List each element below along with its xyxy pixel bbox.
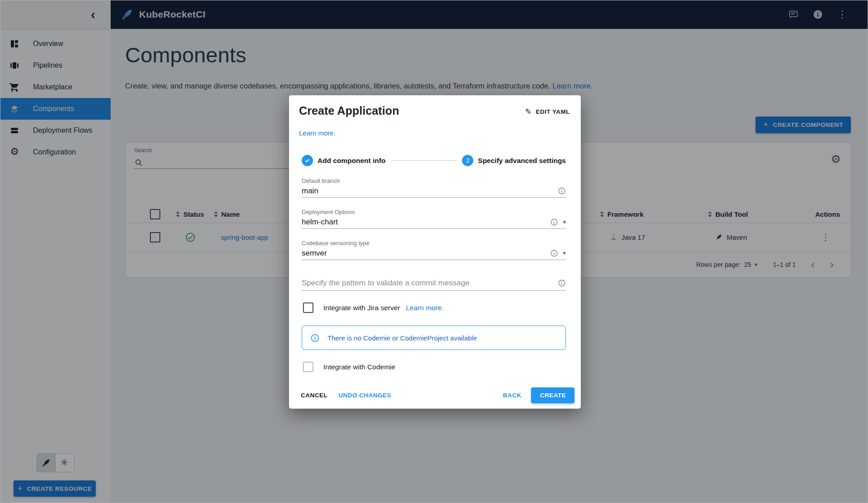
chevron-down-icon[interactable]: ▾	[563, 250, 566, 256]
field-label: Codebase versioning type	[302, 240, 566, 247]
step-1-done-icon[interactable]	[302, 155, 313, 166]
commit-pattern-field	[302, 275, 566, 291]
back-button[interactable]: BACK	[497, 388, 527, 403]
codemie-info-alert: There is no Codemie or CodemieProject av…	[302, 326, 566, 350]
info-icon[interactable]	[558, 187, 566, 195]
deployment-options-select[interactable]	[302, 218, 550, 227]
create-application-dialog: Create Application ✎ EDIT YAML Learn mor…	[289, 95, 581, 409]
codemie-checkbox-label: Integrate with Codemie	[323, 363, 395, 371]
commit-pattern-input[interactable]	[302, 279, 558, 288]
field-label: Deployment Options	[302, 209, 566, 215]
default-branch-input[interactable]	[302, 186, 558, 196]
stepper: Add component info 2 Specify advanced se…	[302, 155, 566, 166]
deployment-options-field: Deployment Options ▾	[302, 209, 566, 229]
info-icon[interactable]	[550, 249, 558, 257]
undo-changes-button[interactable]: UNDO CHANGES	[333, 388, 397, 403]
chevron-down-icon[interactable]: ▾	[563, 219, 566, 225]
dialog-learn-more-link[interactable]: Learn more.	[299, 129, 336, 137]
versioning-type-field: Codebase versioning type ▾	[302, 240, 566, 260]
pencil-icon: ✎	[525, 108, 532, 116]
dialog-title: Create Application	[299, 104, 399, 117]
step-connector	[391, 160, 457, 161]
versioning-type-select[interactable]	[302, 249, 550, 258]
codemie-checkbox[interactable]	[303, 362, 313, 372]
dialog-actions: CANCEL UNDO CHANGES BACK CREATE	[289, 382, 581, 409]
default-branch-field: Default branch	[302, 177, 566, 198]
info-icon	[310, 333, 320, 343]
alert-text: There is no Codemie or CodemieProject av…	[327, 334, 477, 342]
jira-checkbox[interactable]	[303, 303, 313, 313]
info-icon[interactable]	[550, 218, 558, 226]
field-label: Default branch	[302, 177, 566, 184]
edit-yaml-button[interactable]: ✎ EDIT YAML	[521, 105, 574, 118]
jira-learn-more-link[interactable]: Learn more.	[406, 304, 444, 312]
cancel-button[interactable]: CANCEL	[295, 388, 333, 403]
info-icon[interactable]	[558, 279, 566, 287]
codemie-integration-row: Integrate with Codemie	[303, 362, 566, 372]
jira-checkbox-label: Integrate with Jira server	[323, 304, 400, 312]
jira-integration-row: Integrate with Jira server Learn more.	[303, 303, 566, 313]
step-2-label[interactable]: Specify advanced settings	[478, 157, 566, 165]
create-button[interactable]: CREATE	[531, 387, 574, 403]
step-1-label[interactable]: Add component info	[317, 157, 386, 165]
step-2-number[interactable]: 2	[462, 155, 473, 166]
